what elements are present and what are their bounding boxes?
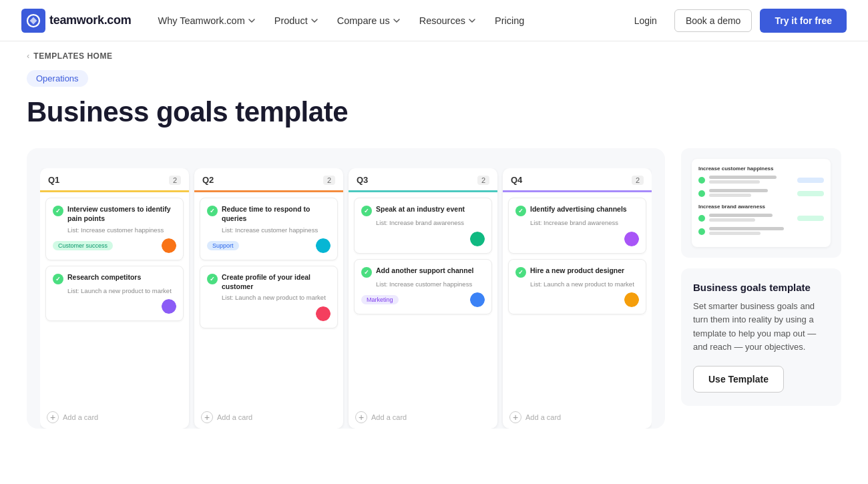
add-icon: + [47,411,59,423]
card-check-icon [53,274,63,284]
navbar: teamwork.com Why Teamwork.com Product Co… [0,0,868,41]
col-label-q2: Q2 [202,175,214,185]
thumb-badge [797,178,824,183]
kanban-board: Q1 2 Interview customers to identify pai… [40,168,652,429]
breadcrumb: ‹ TEMPLATES HOME [0,41,868,70]
add-card-label: Add a card [63,413,98,421]
col-count-q2: 2 [323,176,335,185]
card-check-icon [361,267,372,278]
card-sub: List: Increase customer happiness [222,226,331,234]
kanban-card: Create profile of your ideal customer Li… [200,266,338,328]
nav-product[interactable]: Product [266,10,327,31]
add-card-button-q2[interactable]: + Add a card [194,406,343,429]
col-count-q1: 2 [169,176,181,185]
nav-pricing[interactable]: Pricing [487,10,532,31]
add-icon: + [355,411,367,423]
breadcrumb-templates-home[interactable]: TEMPLATES HOME [33,51,112,61]
card-top: Speak at an industry event [361,205,485,216]
card-top: Research competitors [53,273,176,284]
thumb-heading: Increase customer happiness [698,166,824,172]
col-label-q1: Q1 [48,175,59,185]
col-label-q4: Q4 [511,175,522,185]
card-title: Reduce time to respond to queries [222,205,331,223]
card-top: Reduce time to respond to queries [207,205,331,223]
page-title: Business goals template [0,96,868,128]
use-template-button[interactable]: Use Template [693,366,784,393]
kanban-card: Speak at an industry event List: Increas… [354,198,492,253]
sidebar-panel: Increase customer happiness [681,148,841,406]
card-check-icon [53,206,63,216]
kanban-card: Reduce time to respond to queries List: … [200,198,338,260]
breadcrumb-chevron-icon: ‹ [27,51,29,61]
thumb-check-icon [698,215,705,222]
nav-resources[interactable]: Resources [411,10,484,31]
avatar [162,238,176,253]
nav-compare-us[interactable]: Compare us [329,10,409,31]
col-count-q4: 2 [632,176,644,185]
thumb-row [698,214,824,223]
card-check-icon [207,274,218,284]
card-sub: List: Increase customer happiness [67,226,176,234]
card-tag: Customer success [53,241,113,250]
thumb-text [709,176,793,185]
kanban-col-q3: Q3 2 Speak at an industry event List: In… [349,168,497,429]
card-title: Add another support channel [376,266,473,276]
add-card-label: Add a card [371,413,407,421]
nav-why-teamwork[interactable]: Why Teamwork.com [150,10,263,31]
card-title: Identify advertising channels [530,205,627,214]
kanban-card: Identify advertising channels List: Incr… [508,198,646,253]
try-free-button[interactable]: Try it for free [760,9,847,33]
card-sub: List: Launch a new product to market [67,287,176,295]
add-card-button-q4[interactable]: + Add a card [503,406,652,429]
nav-right: Login Book a demo Try it for free [625,9,847,33]
card-top: Interview customers to identify pain poi… [53,205,176,223]
card-title: Speak at an industry event [376,205,465,214]
operations-tag[interactable]: Operations [27,70,88,87]
card-footer [207,306,331,321]
login-button[interactable]: Login [625,10,666,31]
card-footer [515,232,639,246]
col-body-q4: Identify advertising channels List: Incr… [503,192,652,320]
info-panel: Business goals template Set smarter busi… [681,268,841,406]
card-footer: Customer success [53,238,176,253]
avatar [316,238,331,253]
nav-left: teamwork.com Why Teamwork.com Product Co… [21,9,532,33]
thumbnail-preview: Increase customer happiness [681,148,841,258]
card-sub: List: Increase customer happiness [376,280,485,288]
logo-text: teamwork.com [49,13,131,27]
avatar [624,232,639,246]
card-top: Add another support channel [361,266,485,278]
col-header-q3: Q3 2 [349,168,497,192]
card-footer [515,292,639,307]
card-top: Create profile of your ideal customer [207,273,331,291]
avatar [470,292,485,307]
card-title: Create profile of your ideal customer [222,273,331,291]
add-card-button-q1[interactable]: + Add a card [40,406,189,429]
add-card-button-q3[interactable]: + Add a card [349,406,497,429]
thumb-row [698,189,824,198]
card-sub: List: Increase brand awareness [530,219,639,227]
thumb-badge [797,191,824,196]
book-demo-button[interactable]: Book a demo [674,9,752,32]
card-tag: Support [207,241,239,250]
thumb-check-icon [698,190,705,197]
avatar [624,292,639,307]
avatar [316,306,331,321]
kanban-card: Research competitors List: Launch a new … [45,266,184,321]
card-sub: List: Launch a new product to market [222,294,331,302]
card-footer: Marketing [361,292,485,307]
add-icon: + [509,411,521,423]
col-body-q1: Interview customers to identify pain poi… [40,192,189,326]
thumb-row [698,227,824,236]
card-footer [361,232,485,246]
thumb-check-icon [698,177,705,184]
kanban-col-q4: Q4 2 Identify advertising channels List:… [503,168,652,429]
add-card-label: Add a card [217,413,252,421]
thumb-badge [797,216,824,221]
card-title: Research competitors [67,273,141,282]
sidebar-template-desc: Set smarter business goals and turn them… [693,300,829,354]
thumb-text [709,227,824,236]
logo[interactable]: teamwork.com [21,9,131,33]
kanban-col-q1: Q1 2 Interview customers to identify pai… [40,168,189,429]
card-sub: List: Increase brand awareness [376,219,485,227]
